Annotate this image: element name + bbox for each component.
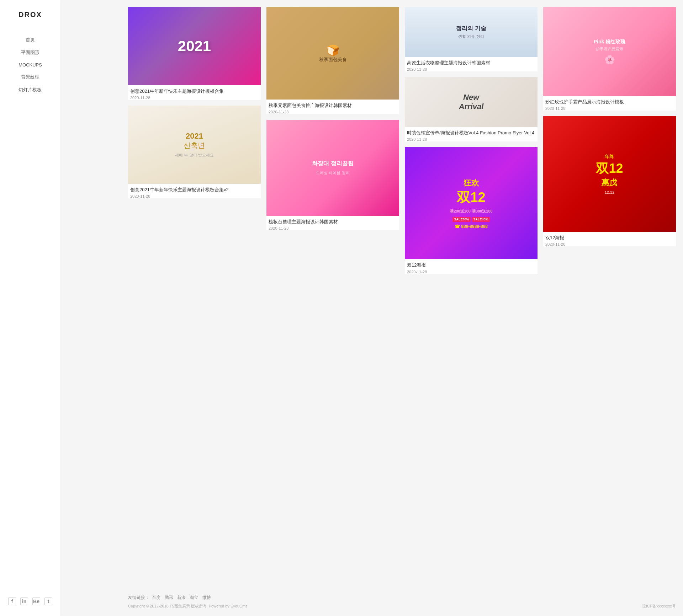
linkedin-icon[interactable]: in: [20, 598, 28, 605]
card-title: 高效生活衣物整理主题海报设计韩国素材: [407, 60, 535, 66]
twitter-icon[interactable]: t: [44, 598, 52, 605]
card-date: 2020-11-28: [407, 137, 535, 141]
card9-image: 年终 双12 惠戊 12.12: [543, 116, 676, 232]
card1-image: 2021: [128, 7, 261, 85]
card4-image: 화장대 정리꿀팁 드레싱 테이블 정리: [266, 120, 399, 216]
logo: DROX: [18, 11, 42, 19]
behance-icon[interactable]: Be: [32, 598, 40, 605]
card-item: 狂欢 双12 满200送100 满300送200 SALE50% SALE40%…: [405, 147, 538, 274]
footer-link-taobao[interactable]: 淘宝: [190, 595, 198, 600]
card8-image: Pink 粉红玫瑰 护手霜产品展示 🌸: [543, 7, 676, 96]
footer-link-tencent[interactable]: 腾讯: [165, 595, 173, 600]
card-title: 梳妆台整理主题海报设计韩国素材: [269, 219, 397, 225]
sidebar: DROX 首页 平面图形 MOCKUPS 背景纹理 幻灯片模板 f in Be …: [0, 0, 60, 616]
card-date: 2020-11-28: [407, 67, 535, 71]
card-item: 2021 신축년 새해 복 많이 받으세요 创意2021牛年新年快乐主题海报设计…: [128, 106, 261, 198]
footer-link-baidu[interactable]: 百度: [152, 595, 160, 600]
card-date: 2020-11-28: [407, 270, 535, 274]
sidebar-item-home[interactable]: 首页: [26, 37, 35, 43]
footer-links: 友情链接： 百度 腾讯 新浪 淘宝 微博: [128, 595, 676, 601]
card-title: 创意2021牛年新年快乐主题海报设计模板合集: [130, 88, 259, 95]
main-content: 2021 创意2021牛年新年快乐主题海报设计模板合集 2020-11-28 2…: [121, 0, 683, 584]
social-links: f in Be t: [8, 598, 52, 605]
card-title: 创意2021牛年新年快乐主题海报设计模板合集v2: [130, 187, 259, 193]
card-item: Pink 粉红玫瑰 护手霜产品展示 🌸 粉红玫瑰护手霜产品展示海报设计模板 20…: [543, 7, 676, 111]
card7-image: 狂欢 双12 满200送100 满300送200 SALE50% SALE40%…: [405, 147, 538, 259]
card-title: 双12海报: [545, 235, 674, 241]
card-item: 🍞 秋季面包美食 秋季元素面包美食推广海报设计韩国素材 2020-11-28: [266, 7, 399, 114]
card-date: 2020-11-28: [545, 242, 674, 246]
card-date: 2020-11-28: [545, 106, 674, 111]
sidebar-item-mockups[interactable]: MOCKUPS: [18, 62, 42, 68]
card-item: 정리의 기술 생활 의류 정리 高效生活衣物整理主题海报设计韩国素材 2020-…: [405, 7, 538, 71]
card-date: 2020-11-28: [269, 110, 397, 114]
sidebar-nav: 首页 平面图形 MOCKUPS 背景纹理 幻灯片模板: [18, 37, 42, 583]
card3-image: 🍞 秋季面包美食: [266, 7, 399, 100]
footer: 友情链接： 百度 腾讯 新浪 淘宝 微博 Copyright © 2012-20…: [121, 584, 683, 616]
footer-link-sina[interactable]: 新浪: [177, 595, 186, 600]
card-title: 双12海报: [407, 262, 535, 268]
footer-icp: 琼ICP备xxxxxxxx号: [642, 604, 676, 609]
card-title: 时装促销宣传单/海报设计模板Vol.4 Fashion Promo Flyer …: [407, 130, 535, 136]
card-title: 秋季元素面包美食推广海报设计韩国素材: [269, 102, 397, 109]
card-title: 粉红玫瑰护手霜产品展示海报设计模板: [545, 99, 674, 105]
facebook-icon[interactable]: f: [8, 598, 16, 605]
card-grid: 2021 创意2021牛年新年快乐主题海报设计模板合集 2020-11-28 2…: [128, 7, 676, 274]
footer-link-weibo[interactable]: 微博: [202, 595, 211, 600]
card-item: 年终 双12 惠戊 12.12 双12海报 2020-11-28: [543, 116, 676, 246]
sidebar-item-background[interactable]: 背景纹理: [21, 74, 39, 80]
card5-image: 정리의 기술 생활 의류 정리: [405, 7, 538, 57]
footer-links-label: 友情链接：: [128, 595, 149, 600]
card-date: 2020-11-28: [130, 194, 259, 198]
card-date: 2020-11-28: [130, 96, 259, 100]
footer-copyright: Copyright © 2012-2018 T5图集展示 版权所有 Powere…: [128, 604, 248, 609]
card2-image: 2021 신축년 새해 복 많이 받으세요: [128, 106, 261, 184]
card-item: 2021 创意2021牛年新年快乐主题海报设计模板合集 2020-11-28: [128, 7, 261, 100]
card6-image: New Arrival: [405, 77, 538, 127]
sidebar-item-graphic[interactable]: 平面图形: [21, 49, 39, 56]
card-item: New Arrival 时装促销宣传单/海报设计模板Vol.4 Fashion …: [405, 77, 538, 141]
sidebar-item-slideshow[interactable]: 幻灯片模板: [18, 87, 42, 93]
card-item: 화장대 정리꿀팁 드레싱 테이블 정리 梳妆台整理主题海报设计韩国素材 2020…: [266, 120, 399, 230]
card-date: 2020-11-28: [269, 226, 397, 230]
